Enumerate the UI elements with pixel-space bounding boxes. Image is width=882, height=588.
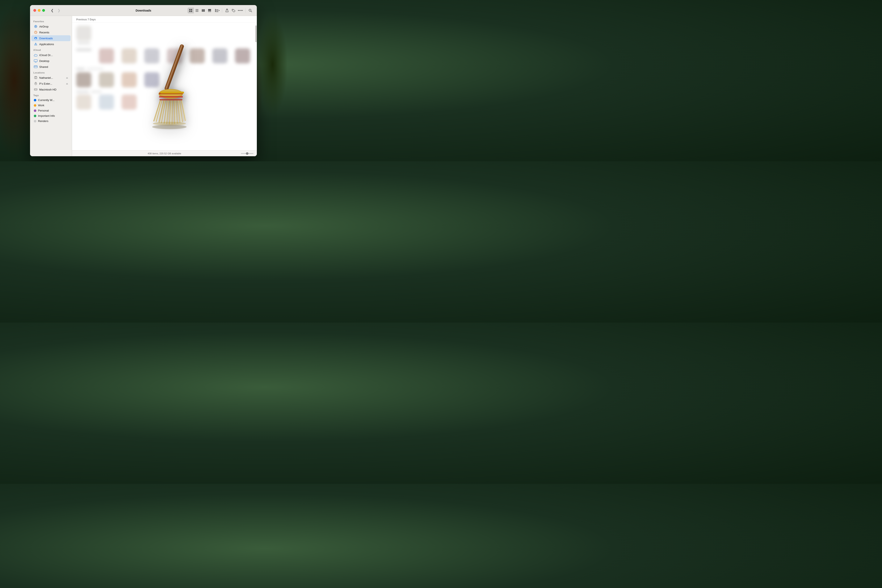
svg-rect-14 xyxy=(215,9,216,10)
view-list-button[interactable] xyxy=(194,8,200,14)
sidebar-item-tag-personal[interactable]: Personal xyxy=(31,108,70,113)
scrollbar-thumb[interactable] xyxy=(255,26,256,42)
sidebar-item-tag-currently-working[interactable]: Currently W... xyxy=(31,98,70,103)
svg-rect-4 xyxy=(195,9,198,10)
svg-rect-5 xyxy=(195,10,198,11)
airdrop-label: AirDrop xyxy=(39,25,48,28)
svg-rect-2 xyxy=(189,11,190,12)
svg-rect-0 xyxy=(189,9,190,10)
share-button[interactable] xyxy=(224,8,230,14)
svg-line-22 xyxy=(251,11,252,12)
svg-line-44 xyxy=(36,84,36,84)
view-column-button[interactable] xyxy=(200,8,206,14)
sidebar-item-applications[interactable]: Applications xyxy=(31,41,70,47)
maximize-button[interactable] xyxy=(42,9,45,12)
view-gallery-button[interactable] xyxy=(206,8,213,14)
view-grid-button[interactable] xyxy=(188,8,194,14)
main-view: Previous 7 Days xyxy=(72,16,257,156)
sidebar-item-airdrop[interactable]: AirDrop xyxy=(31,24,70,29)
zoom-thumb[interactable] xyxy=(246,152,248,155)
downloads-label: Downloads xyxy=(39,37,53,40)
svg-point-40 xyxy=(35,78,36,78)
sidebar-item-tag-important-info[interactable]: Important Info xyxy=(31,113,70,118)
search-button[interactable] xyxy=(247,8,254,14)
sidebar-item-tag-work[interactable]: Work xyxy=(31,103,70,108)
tag-button[interactable] xyxy=(231,8,237,14)
back-button[interactable]: ❮ xyxy=(49,8,55,14)
status-text: 408 items, 220.52 GB available xyxy=(148,152,181,155)
svg-rect-11 xyxy=(208,11,209,12)
tags-section-label: Tags xyxy=(30,92,72,98)
more-button[interactable]: ••• ▾ xyxy=(237,8,244,14)
svg-rect-19 xyxy=(216,12,218,12)
view-buttons xyxy=(188,8,213,14)
minimize-button[interactable] xyxy=(38,9,40,12)
svg-rect-6 xyxy=(195,11,198,12)
finder-window: ❮ ❯ Downloads xyxy=(30,5,257,156)
zoom-slider[interactable] xyxy=(241,153,254,154)
zoom-control xyxy=(241,153,254,154)
tag-currently-working-label: Currently W... xyxy=(38,99,55,102)
nav-buttons: ❮ ❯ xyxy=(49,8,62,14)
content-area: Favorites AirDrop xyxy=(30,16,257,156)
sidebar-item-shared[interactable]: Shared xyxy=(31,64,70,70)
files-area[interactable] xyxy=(72,22,257,150)
nathaniel-label: Nathaniel... xyxy=(39,76,53,80)
sidebar-item-desktop[interactable]: Desktop xyxy=(31,58,70,64)
svg-line-29 xyxy=(36,32,36,33)
applications-label: Applications xyxy=(39,43,54,46)
harddisk-icon xyxy=(34,88,38,92)
downloads-icon xyxy=(34,36,38,40)
title-bar: ❮ ❯ Downloads xyxy=(30,5,257,16)
icloud-drive-label: iCloud Dr... xyxy=(39,54,53,57)
sidebar-item-ps-external[interactable]: P's Exter... ⏏ xyxy=(31,81,70,87)
svg-point-33 xyxy=(35,44,36,45)
recents-icon xyxy=(34,30,38,34)
svg-rect-13 xyxy=(210,11,211,12)
svg-rect-37 xyxy=(34,66,38,68)
svg-rect-1 xyxy=(191,9,192,10)
icloud-section-label: iCloud xyxy=(30,47,72,52)
sidebar-item-nathaniel[interactable]: Nathaniel... ⏏ xyxy=(31,75,70,81)
sidebar-item-icloud-drive[interactable]: iCloud Dr... xyxy=(31,52,70,58)
sidebar-item-recents[interactable]: Recents xyxy=(31,29,70,35)
tag-important-info-label: Important Info xyxy=(38,114,55,117)
shared-icon xyxy=(34,65,38,69)
svg-rect-34 xyxy=(34,60,38,62)
applications-icon xyxy=(34,42,38,46)
ps-external-label: P's Exter... xyxy=(39,82,52,85)
tag-dot-blue xyxy=(34,99,36,101)
airdrop-icon xyxy=(34,25,38,28)
disk-icon xyxy=(34,76,38,80)
svg-rect-7 xyxy=(202,9,202,12)
timedisk-icon xyxy=(34,82,38,86)
desktop-icon xyxy=(34,59,38,63)
svg-rect-9 xyxy=(204,9,205,12)
tag-work-label: Work xyxy=(38,104,44,107)
traffic-lights xyxy=(33,9,45,12)
sidebar-item-macintosh-hd[interactable]: Macintosh HD xyxy=(31,87,70,92)
forward-button[interactable]: ❯ xyxy=(56,8,62,14)
sidebar-item-downloads[interactable]: Downloads xyxy=(31,35,70,41)
section-header: Previous 7 Days xyxy=(72,16,257,22)
toolbar-separator-2 xyxy=(245,8,246,13)
svg-rect-18 xyxy=(216,10,218,11)
svg-rect-8 xyxy=(203,9,204,12)
toolbar-right: ▾ ••• ▾ xyxy=(188,8,254,14)
tag-personal-label: Personal xyxy=(38,109,49,112)
shared-label: Shared xyxy=(39,65,48,69)
eject-ps-external-button[interactable]: ⏏ xyxy=(66,82,68,85)
group-button[interactable]: ▾ xyxy=(214,8,220,14)
svg-point-46 xyxy=(36,89,37,90)
close-button[interactable] xyxy=(33,9,36,12)
tag-dot-green xyxy=(34,115,36,117)
recents-label: Recents xyxy=(39,31,50,34)
svg-point-25 xyxy=(36,26,36,27)
scrollbar-track[interactable] xyxy=(255,22,257,150)
sidebar-item-tag-renders[interactable]: Renders xyxy=(31,118,70,124)
svg-rect-16 xyxy=(215,11,216,12)
svg-rect-3 xyxy=(191,11,192,12)
tag-dot-gray xyxy=(34,120,36,122)
svg-rect-17 xyxy=(216,9,218,10)
eject-nathaniel-button[interactable]: ⏏ xyxy=(66,76,68,79)
